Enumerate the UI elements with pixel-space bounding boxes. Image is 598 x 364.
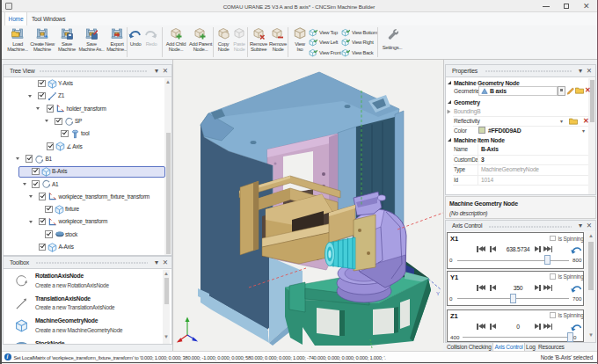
svg-text:*: * <box>45 33 48 40</box>
svg-text:Y: Y <box>436 291 440 296</box>
